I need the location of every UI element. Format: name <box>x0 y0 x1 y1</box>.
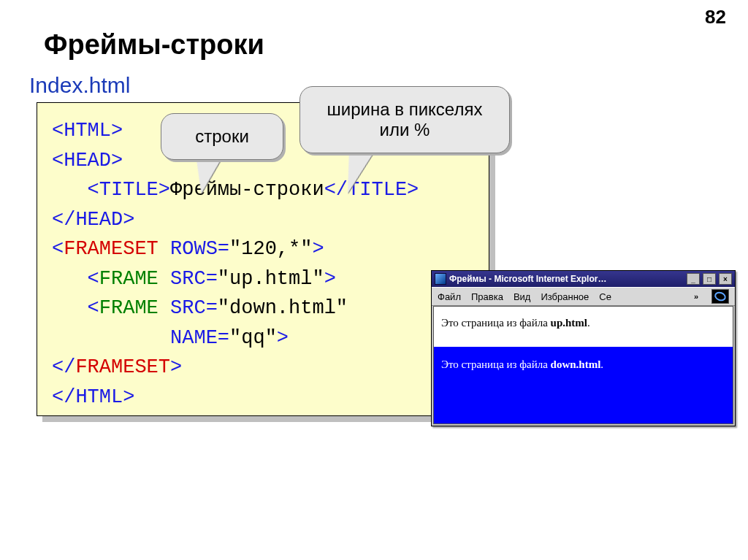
code: <TITLE> <box>52 179 170 201</box>
ie-icon <box>435 273 446 285</box>
code: > <box>312 238 324 260</box>
code <box>159 297 170 319</box>
code: = <box>218 327 229 349</box>
menu-overflow-icon[interactable]: » <box>694 292 698 301</box>
minimize-button[interactable]: _ <box>687 273 700 285</box>
code <box>52 327 170 349</box>
code: < <box>52 268 99 290</box>
code: "120,*" <box>229 238 312 260</box>
frame-down-dot: . <box>600 358 603 370</box>
browser-title: Фреймы - Microsoft Internet Explor… <box>449 274 606 284</box>
frame-down-text: Это страница из файла <box>441 358 551 370</box>
code: > <box>277 327 289 349</box>
menu-favorites[interactable]: Избранное <box>541 291 589 302</box>
code: > <box>170 356 182 378</box>
code: = <box>218 238 229 260</box>
ie-logo-icon <box>711 289 729 304</box>
frame-up-dot: . <box>587 317 590 329</box>
callout-rows: строки <box>161 113 283 160</box>
code: = <box>206 297 218 319</box>
frame-up-text: Это страница из файла <box>441 317 551 329</box>
frame-down-file: down.html <box>551 358 601 370</box>
menu-more[interactable]: Се <box>599 291 611 302</box>
close-button[interactable]: × <box>719 273 732 285</box>
code: </ <box>52 356 75 378</box>
page-number: 82 <box>705 6 726 28</box>
code: < <box>52 297 99 319</box>
code: FRAMESET <box>75 356 170 378</box>
filename-label: Index.html <box>29 73 130 98</box>
menu-view[interactable]: Вид <box>514 291 531 302</box>
code: SRC <box>170 297 206 319</box>
code: "qq" <box>229 327 277 349</box>
maximize-button[interactable]: □ <box>703 273 716 285</box>
menu-file[interactable]: Файл <box>438 291 461 302</box>
code: FRAME <box>99 268 159 290</box>
code: FRAME <box>99 297 159 319</box>
code: "down.html" <box>218 297 348 319</box>
code <box>159 268 170 290</box>
browser-window: Фреймы - Microsoft Internet Explor… _ □ … <box>431 270 736 426</box>
code: FRAMESET <box>64 238 159 260</box>
frame-up-file: up.html <box>551 317 587 329</box>
code: NAME <box>170 327 218 349</box>
browser-content: Это страница из файла up.html. Это стран… <box>433 306 733 424</box>
callout-width: ширина в пикселях или % <box>299 86 510 153</box>
code: < <box>52 238 64 260</box>
code: <HEAD> <box>52 150 123 172</box>
browser-menubar: Файл Правка Вид Избранное Се » <box>432 287 735 306</box>
code <box>159 238 170 260</box>
code: > <box>324 268 336 290</box>
frame-down: Это страница из файла down.html. <box>434 347 733 423</box>
code: </HTML> <box>52 386 134 408</box>
code: ROWS <box>170 238 218 260</box>
browser-titlebar: Фреймы - Microsoft Internet Explor… _ □ … <box>432 271 735 287</box>
code: = <box>206 268 218 290</box>
code: SRC <box>170 268 206 290</box>
menu-edit[interactable]: Правка <box>471 291 503 302</box>
slide-title: Фреймы-строки <box>44 29 264 61</box>
code: </HEAD> <box>52 209 134 231</box>
code: <HTML> <box>52 120 123 142</box>
code: "up.html" <box>218 268 324 290</box>
callout-tail <box>191 157 222 193</box>
